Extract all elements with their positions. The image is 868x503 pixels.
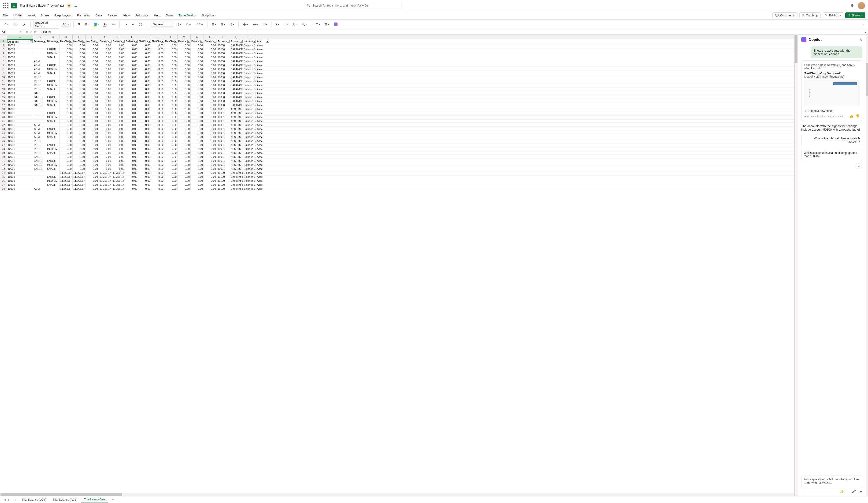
clipboard-button[interactable]: 📋▾ (12, 22, 20, 27)
cell[interactable]: 0.00 (99, 51, 112, 55)
cell[interactable]: 0.00 (164, 63, 177, 67)
cell[interactable]: Balance Sh (243, 131, 256, 135)
cell[interactable]: 0.00 (99, 127, 112, 131)
cell[interactable]: 0.00 (86, 123, 99, 127)
cell[interactable]: 0.00 (125, 91, 138, 95)
cell[interactable] (46, 171, 60, 175)
cell[interactable]: 0.00 (138, 51, 151, 55)
cell[interactable]: 10001 (217, 151, 230, 155)
cell[interactable]: 0.00 (204, 83, 217, 87)
cell[interactable]: 0.00 (99, 95, 112, 99)
cell[interactable]: 0.00 (138, 75, 151, 79)
row-header[interactable]: 3 (0, 47, 7, 51)
cell[interactable]: Asse (256, 75, 263, 79)
cell[interactable]: Balance Sh (243, 56, 256, 59)
row-header[interactable]: 1 (0, 39, 7, 43)
cell[interactable]: 10001 (217, 119, 230, 123)
table-header-cell[interactable]: NetCha▾ (73, 39, 86, 43)
cell[interactable] (46, 43, 60, 47)
fx-icon[interactable]: fx (34, 30, 36, 33)
row-header[interactable]: 16 (0, 99, 7, 103)
filter-icon[interactable]: ▾ (187, 40, 190, 43)
filter-icon[interactable]: ▾ (30, 40, 33, 43)
cell[interactable]: 0.00 (177, 95, 191, 99)
cell[interactable]: 0.00 (99, 59, 112, 63)
cell[interactable]: 0.00 (164, 151, 177, 155)
cell[interactable]: 0.00 (73, 43, 86, 47)
row-header[interactable]: 15 (0, 95, 7, 99)
cell[interactable]: 0.00 (164, 99, 177, 103)
cell[interactable]: 10001 (7, 127, 33, 131)
cell[interactable]: 10001 (7, 159, 33, 163)
cell[interactable]: Asse (256, 119, 263, 123)
table-header-cell[interactable]: Dimens▾ (33, 39, 46, 43)
cell[interactable]: 0.00 (151, 75, 164, 79)
cell[interactable]: ASSETS (230, 131, 243, 135)
cell[interactable]: BALANCE S (230, 91, 243, 95)
thumbs-up-icon[interactable]: 👍 (849, 114, 854, 118)
cell[interactable]: 0.00 (125, 143, 138, 147)
cell[interactable]: 0.00 (112, 91, 125, 95)
decrease-decimal-button[interactable]: .0← (184, 22, 193, 27)
cell[interactable]: 0.00 (86, 67, 99, 71)
cell[interactable]: 0.00 (112, 47, 125, 51)
cell[interactable]: 0.00 (86, 167, 99, 171)
spreadsheet-grid[interactable]: A B C D E F G H I J K L M N O P Q R 1Acc… (0, 35, 794, 496)
cell[interactable]: 0.00 (177, 111, 191, 115)
cell[interactable]: 0.00 (99, 91, 112, 95)
cell[interactable]: 0.00 (151, 99, 164, 103)
cell[interactable]: 0.00 (99, 79, 112, 83)
cell[interactable]: Asse (256, 83, 263, 87)
col-header-f[interactable]: F (86, 35, 99, 39)
cell[interactable]: 0.00 (86, 187, 99, 191)
cell[interactable]: 11,365.17 (112, 175, 125, 179)
cell[interactable]: 0.00 (99, 147, 112, 151)
cell[interactable]: 0.00 (138, 123, 151, 127)
cell[interactable]: 0.00 (60, 71, 73, 75)
cell[interactable]: 10100 (7, 183, 33, 187)
cell[interactable]: Balance Sh (243, 155, 256, 159)
cell[interactable]: Asse (256, 179, 263, 183)
row-header[interactable]: 11 (0, 79, 7, 83)
cell[interactable]: MEDIUM (46, 179, 60, 183)
cell[interactable]: 0.00 (112, 107, 125, 111)
cell[interactable]: ADM (33, 187, 46, 191)
cell[interactable]: ASSETS (230, 107, 243, 111)
delete-cells-button[interactable]: ⊟▾ (219, 22, 227, 27)
cell[interactable]: 10000 (217, 63, 230, 67)
cell[interactable]: 0.00 (125, 163, 138, 167)
cell[interactable]: 10100 (7, 175, 33, 179)
cell[interactable]: 0.00 (138, 175, 151, 179)
cell[interactable]: 0.00 (60, 79, 73, 83)
cell[interactable]: 0.00 (138, 119, 151, 123)
cell[interactable]: 0.00 (99, 159, 112, 163)
filter-icon[interactable]: ▾ (240, 40, 242, 43)
cell[interactable]: SMALL (46, 87, 60, 91)
cell[interactable]: 11,365.17 (60, 175, 73, 179)
cell[interactable]: Balance Sh (243, 75, 256, 79)
tab-page-layout[interactable]: Page Layout (54, 13, 71, 18)
cell[interactable]: MEDIUM (46, 51, 60, 55)
cell[interactable]: 0.00 (73, 103, 86, 107)
row-header[interactable]: 36 (0, 179, 7, 183)
cell[interactable]: Asse (256, 95, 263, 99)
cell[interactable]: LARGE (46, 79, 60, 83)
col-header-e[interactable]: E (73, 35, 86, 39)
cell[interactable]: 0.00 (164, 107, 177, 111)
cell[interactable]: 0.00 (112, 131, 125, 135)
cell[interactable]: 11,365.17 (99, 171, 112, 175)
cell[interactable]: 0.00 (86, 83, 99, 87)
cell[interactable]: 10100 (217, 187, 230, 191)
cell[interactable]: 0.00 (204, 119, 217, 123)
cell[interactable]: 0.00 (99, 151, 112, 155)
cell[interactable]: Asse (256, 131, 263, 135)
cell[interactable]: 10001 (217, 143, 230, 147)
cell[interactable]: 0.00 (73, 87, 86, 91)
cell[interactable]: 10000 (7, 75, 33, 79)
row-header[interactable]: 37 (0, 183, 7, 187)
cell[interactable]: 0.00 (177, 43, 191, 47)
cell[interactable]: 11,365.17 (73, 171, 86, 175)
cell[interactable]: 11,365.17 (112, 183, 125, 187)
tab-table-design[interactable]: Table Design (178, 13, 196, 18)
table-header-cell[interactable]: NetCha▾ (138, 39, 151, 43)
